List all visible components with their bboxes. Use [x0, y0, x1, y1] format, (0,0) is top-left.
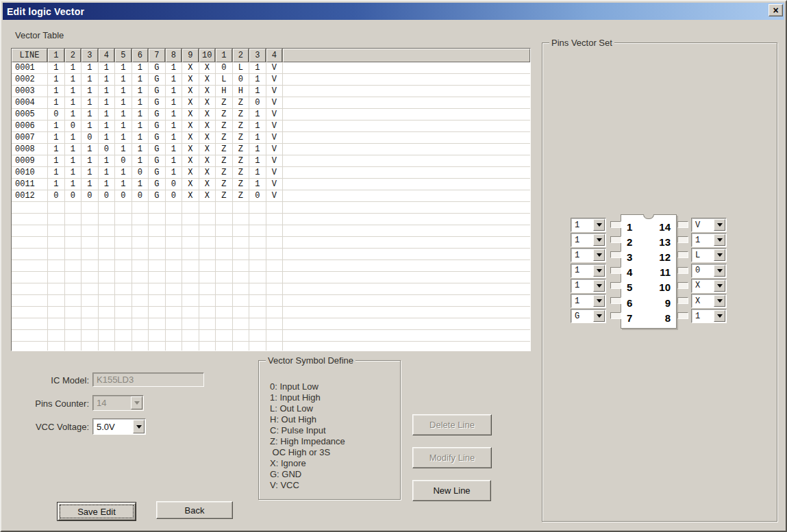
- pin-number: 4: [627, 266, 632, 278]
- dropdown-button[interactable]: [593, 265, 605, 277]
- dropdown-button[interactable]: [714, 295, 725, 307]
- column-header-13: 3: [249, 49, 266, 62]
- vector-cell: 1: [249, 167, 266, 178]
- empty-cell: [82, 272, 99, 283]
- table-row-0008[interactable]: 0008111011G1XXZZ1V: [12, 144, 530, 155]
- pin-stub: [610, 236, 621, 243]
- line-number-cell: 0006: [12, 121, 48, 131]
- dropdown-button[interactable]: [593, 295, 605, 307]
- vector-cell: 1: [166, 121, 183, 131]
- dropdown-button[interactable]: [714, 249, 725, 261]
- vector-cell: 1: [115, 62, 132, 73]
- empty-cell: [266, 249, 284, 259]
- dropdown-button[interactable]: [593, 234, 605, 246]
- empty-cell: [199, 260, 216, 271]
- table-row-0012[interactable]: 0012000000G0XXZZ0V: [12, 190, 530, 202]
- vector-table[interactable]: LINE123456789101234 0001111111G1XX0L1V00…: [11, 48, 531, 351]
- row-filler: [283, 109, 530, 120]
- vector-cell: 0: [65, 190, 82, 201]
- table-row-0009[interactable]: 0009111101G1XXZZ1V: [12, 155, 530, 167]
- empty-cell: [199, 307, 216, 318]
- vcc-voltage-dropdown-button[interactable]: [133, 420, 145, 433]
- vector-cell: G: [149, 132, 166, 143]
- empty-cell: [99, 318, 116, 329]
- empty-cell: [216, 283, 233, 294]
- dropdown-button[interactable]: [714, 234, 725, 246]
- ic-model-field[interactable]: K155LD3: [92, 372, 204, 387]
- pin-6-combo[interactable]: 1: [571, 294, 606, 308]
- empty-cell: [132, 307, 149, 318]
- empty-cell: [65, 214, 82, 225]
- pins-counter-dropdown-button[interactable]: [131, 396, 142, 409]
- pin-13-combo[interactable]: 1: [691, 233, 727, 247]
- back-button[interactable]: Back: [156, 501, 233, 519]
- pin-number: 14: [659, 221, 671, 233]
- column-header-3: 3: [82, 49, 98, 62]
- vcc-voltage-combo[interactable]: 5.0V: [92, 418, 146, 435]
- vector-cell: Z: [216, 167, 233, 178]
- pin-14-combo[interactable]: V: [691, 218, 727, 232]
- empty-cell: [48, 260, 65, 271]
- empty-cell: [132, 202, 149, 213]
- dropdown-button[interactable]: [714, 219, 725, 231]
- modify-line-button[interactable]: Modify Line: [412, 447, 492, 468]
- line-number-cell: 0011: [12, 179, 48, 190]
- table-row-0010[interactable]: 0010111110G1XXZZ1V: [12, 167, 530, 179]
- empty-cell: [249, 330, 266, 341]
- dropdown-button[interactable]: [714, 310, 725, 322]
- pin-7-combo[interactable]: G: [571, 309, 606, 323]
- table-row-0006[interactable]: 0006101111G1XXZZ1V: [12, 121, 530, 132]
- table-row-0004[interactable]: 0004111111G1XXZZ0V: [12, 97, 530, 109]
- pin-11-combo[interactable]: 0: [691, 264, 727, 278]
- pin-3-combo[interactable]: 1: [571, 248, 606, 262]
- pin-10-combo[interactable]: X: [691, 279, 727, 293]
- empty-cell: [115, 225, 132, 236]
- empty-cell: [182, 295, 199, 306]
- dropdown-button[interactable]: [593, 219, 605, 231]
- table-row-0011[interactable]: 0011111111G0XXZZ1V: [12, 179, 530, 190]
- empty-cell: [48, 295, 65, 306]
- vector-cell: G: [149, 86, 166, 97]
- delete-line-button[interactable]: Delete Line: [412, 414, 492, 435]
- vector-cell: 1: [82, 167, 99, 178]
- row-filler: [283, 260, 530, 271]
- empty-cell: [48, 307, 65, 318]
- dropdown-button[interactable]: [714, 280, 725, 292]
- vector-symbol-define-group: Vector Symbol Define 0: Input Low1: Inpu…: [258, 360, 401, 500]
- empty-cell: [99, 225, 116, 236]
- pin-5-combo[interactable]: 1: [571, 279, 606, 293]
- pins-counter-combo[interactable]: 14: [92, 395, 144, 411]
- table-row-0003[interactable]: 0003111111G1XXHH1V: [12, 86, 530, 97]
- dropdown-button[interactable]: [593, 249, 605, 261]
- pin-8-combo[interactable]: 1: [691, 309, 727, 323]
- table-row-0002[interactable]: 0002111111G1XXL01V: [12, 74, 530, 86]
- empty-cell: [99, 202, 116, 213]
- close-button[interactable]: ×: [769, 4, 783, 16]
- save-edit-button[interactable]: Save Edit: [57, 502, 136, 521]
- pin-9-combo[interactable]: X: [691, 294, 727, 308]
- empty-cell: [65, 283, 82, 294]
- empty-cell: [182, 249, 199, 259]
- empty-cell: [48, 202, 65, 213]
- column-header-14: 4: [266, 49, 283, 62]
- vector-cell: G: [149, 144, 166, 155]
- empty-cell: [166, 260, 183, 271]
- pin-12-combo[interactable]: L: [691, 248, 727, 262]
- pin-stub: [610, 312, 621, 319]
- vector-cell: 1: [115, 132, 132, 143]
- empty-cell: [82, 318, 99, 329]
- table-row-0005[interactable]: 0005011111G1XXZZ1V: [12, 109, 530, 121]
- dropdown-button[interactable]: [593, 280, 605, 292]
- dropdown-button[interactable]: [593, 310, 605, 322]
- empty-cell: [115, 342, 132, 351]
- column-header-11: 1: [216, 49, 232, 62]
- pin-2-combo[interactable]: 1: [571, 233, 606, 247]
- pin-4-combo[interactable]: 1: [571, 264, 606, 278]
- new-line-button[interactable]: New Line: [412, 480, 491, 501]
- pin-1-combo[interactable]: 1: [571, 218, 606, 232]
- vector-cell: 1: [82, 74, 99, 85]
- table-row-0001[interactable]: 0001111111G1XX0L1V: [12, 62, 530, 74]
- dropdown-button[interactable]: [714, 265, 725, 277]
- table-row-0007[interactable]: 0007110111G1XXZZ1V: [12, 132, 530, 144]
- pins-vector-set-group: Pins Vector Set 1142133124115106978 1V11…: [542, 42, 777, 522]
